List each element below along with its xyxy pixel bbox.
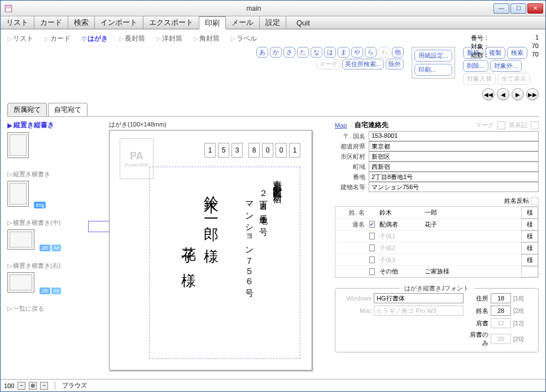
fam-sama-1[interactable]: 様 (521, 230, 538, 242)
katanomi-size-input[interactable] (491, 334, 511, 344)
back-to-list[interactable]: ▷一覧に戻る (7, 304, 103, 313)
eihyouki-label: 英表記 (509, 121, 527, 129)
fam-sama-3[interactable]: 様 (521, 254, 538, 266)
menu-search[interactable]: 検索 (68, 16, 95, 29)
fam-name-3[interactable] (422, 254, 521, 266)
street-input[interactable]: 2丁目8番地1号 (369, 172, 539, 182)
eng-address-search-button[interactable]: 英住所検索... (342, 59, 384, 69)
eihyouki-checkbox[interactable] (531, 121, 539, 129)
close-button[interactable]: ✕ (527, 3, 543, 14)
fam-sama-2[interactable]: 様 (521, 242, 538, 254)
kana-a[interactable]: あ (256, 47, 268, 58)
maximize-button[interactable]: ☐ (510, 3, 526, 14)
last-record-button[interactable]: ▶▶ (526, 88, 539, 101)
subtab-label[interactable]: ▷ラベル (231, 34, 257, 43)
fam-name-2[interactable] (422, 242, 521, 254)
subtab-list[interactable]: ▷リスト (7, 34, 33, 43)
next-record-button[interactable]: ▶ (512, 88, 524, 101)
app-icon (3, 3, 14, 14)
seimei-hanten-checkbox[interactable] (531, 197, 539, 205)
fam-cb-4[interactable] (369, 268, 375, 275)
layout-thumb-2[interactable] (7, 181, 29, 207)
page-setup-button[interactable]: 用紙設定... (414, 50, 452, 62)
mac-font-input[interactable] (374, 306, 464, 316)
subtab-hagaki[interactable]: ▽はがき (82, 34, 108, 43)
menu-print[interactable]: 印刷 (199, 16, 226, 29)
sei-input[interactable]: 鈴木 (377, 207, 422, 219)
titlebar: main — ☐ ✕ (1, 1, 545, 16)
kana-ya[interactable]: や (351, 47, 363, 58)
mark-checkbox[interactable] (497, 121, 505, 129)
layout-thumb-4[interactable] (7, 272, 34, 293)
map-link[interactable]: Map (335, 122, 347, 129)
addrtab-shozoku[interactable]: 所属宛て (7, 103, 47, 116)
swap-target-button[interactable]: 対象入替 (463, 73, 496, 85)
exclude-target-button[interactable]: 対象外... (490, 60, 522, 72)
jusho-size-input[interactable] (491, 293, 511, 303)
window-buttons: — ☐ ✕ (493, 3, 543, 14)
town-input[interactable]: 西新宿 (369, 162, 539, 172)
subtab-naga[interactable]: ▷長封筒 (119, 34, 145, 43)
kana-ra[interactable]: ら (365, 47, 377, 58)
menu-mail[interactable]: メール (226, 16, 260, 29)
zoom-fit-button[interactable]: ⊕ (29, 382, 37, 390)
fam-cb-0[interactable]: ✔ (369, 221, 375, 228)
fam-cb-2[interactable] (369, 245, 375, 251)
fam-sama-4[interactable] (521, 266, 538, 277)
prefecture-input[interactable]: 東京都 (369, 141, 539, 151)
kana-ta[interactable]: た (297, 47, 309, 58)
mark-button[interactable]: マーク (316, 59, 340, 69)
kana-index: あ か さ た な は ま や ら わ 他 (256, 47, 404, 58)
kana-ma[interactable]: ま (338, 47, 350, 58)
layout-vertical-vertical[interactable]: ▶縦置き縦書き (7, 120, 103, 130)
exclude-button[interactable]: 除外 (386, 59, 404, 69)
menu-settings[interactable]: 設定 (260, 16, 286, 29)
city-input[interactable]: 新宿区 (369, 151, 539, 162)
kana-ha[interactable]: は (324, 47, 336, 58)
subtab-you[interactable]: ▷洋封筒 (156, 34, 182, 43)
subtab-kaku[interactable]: ▷角封筒 (194, 34, 220, 43)
sousuu-label: 総数： (471, 51, 490, 59)
katagaki-size-input[interactable] (491, 318, 511, 328)
zoom-in-button[interactable]: − (40, 382, 48, 390)
menu-export[interactable]: エクスポート (143, 16, 199, 29)
menu-quit[interactable]: Quit (291, 16, 316, 29)
layout-horizontal-right[interactable]: ▷横置き横書き(右) (7, 262, 103, 270)
menu-import[interactable]: インポート (95, 16, 143, 29)
menu-card[interactable]: カード (34, 16, 68, 29)
mei-input[interactable]: 一郎 (422, 207, 521, 219)
kana-wa[interactable]: わ (378, 47, 390, 58)
addrtab-jitaku[interactable]: 自宅宛て (48, 103, 88, 116)
fam-cb-1[interactable] (369, 233, 375, 239)
browse-mode[interactable]: ブラウズ (62, 381, 87, 390)
zoom-out-button[interactable]: − (18, 382, 25, 390)
layout-thumb-3[interactable] (7, 229, 34, 250)
layout-thumb-1[interactable] (7, 132, 29, 158)
building-input[interactable]: マンション756号 (369, 182, 539, 192)
fam-name-1[interactable] (422, 230, 521, 242)
layout-vertical-horizontal[interactable]: ▷縦置き横書き (7, 170, 103, 178)
prev-record-button[interactable]: ◀ (497, 88, 509, 101)
minimize-button[interactable]: — (493, 3, 509, 14)
print-button[interactable]: 印刷... (414, 64, 452, 76)
kana-ka[interactable]: か (270, 47, 282, 58)
kana-sa[interactable]: さ (283, 47, 295, 58)
tag-je-icon: J/E (40, 245, 50, 251)
delete-button[interactable]: 削除... (463, 60, 488, 72)
kana-other[interactable]: 他 (392, 47, 404, 58)
fam-sama-0[interactable]: 様 (521, 219, 538, 230)
fam-name-0[interactable]: 花子 (422, 219, 521, 230)
sama-1[interactable]: 様 (521, 207, 538, 219)
show-all-button[interactable]: 全て表示 (497, 73, 530, 85)
fam-name-4[interactable]: ご家族様 (422, 266, 521, 277)
tatemono-label: 建物名等 (335, 183, 369, 191)
kana-na[interactable]: な (311, 47, 322, 58)
fam-cb-3[interactable] (369, 256, 375, 263)
subtab-card[interactable]: ▷カード (45, 34, 71, 43)
seimei-size-input[interactable] (491, 306, 511, 316)
menu-list[interactable]: リスト (1, 16, 34, 29)
first-record-button[interactable]: ◀◀ (482, 88, 495, 101)
postal-code-input[interactable]: 153-8001 (369, 131, 539, 141)
stamp-placeholder: PA Powershift (120, 138, 154, 179)
windows-font-input[interactable] (374, 293, 464, 303)
